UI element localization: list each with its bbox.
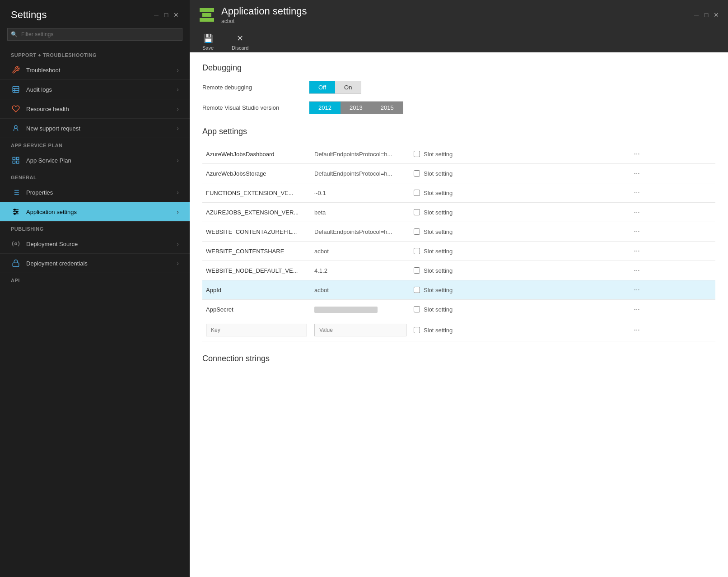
- slot-checkbox[interactable]: [414, 151, 420, 157]
- nav-troubleshoot[interactable]: Troubleshoot ›: [0, 60, 190, 80]
- right-close-button[interactable]: ✕: [714, 12, 719, 18]
- deployment-source-icon: [11, 239, 21, 249]
- row-ellipsis-button[interactable]: ···: [631, 168, 642, 178]
- slot-label: Slot setting: [424, 267, 453, 274]
- new-key-cell: [202, 319, 311, 341]
- row-ellipsis-button[interactable]: ···: [631, 188, 642, 198]
- row-ellipsis-button[interactable]: ···: [631, 246, 642, 256]
- row-slot-cell: Slot setting: [410, 222, 627, 242]
- slot-checkbox[interactable]: [414, 306, 420, 312]
- table-row: FUNCTIONS_EXTENSION_VE... ~0.1 Slot sett…: [202, 183, 715, 203]
- nav-new-support[interactable]: New support request ›: [0, 119, 190, 138]
- row-ellipsis-button[interactable]: ···: [631, 265, 642, 275]
- slot-label: Slot setting: [424, 209, 453, 216]
- slot-checkbox[interactable]: [414, 267, 420, 274]
- left-close-button[interactable]: ✕: [173, 12, 179, 18]
- new-support-label: New support request: [26, 125, 177, 132]
- left-maximize-button[interactable]: □: [163, 12, 169, 18]
- nav-properties[interactable]: Properties ›: [0, 183, 190, 202]
- remote-debugging-toggle: Off On: [309, 81, 361, 94]
- new-slot-cell: Slot setting: [410, 319, 627, 341]
- slot-checkbox[interactable]: [414, 287, 420, 293]
- nav-resource-health[interactable]: Resource health ›: [0, 99, 190, 119]
- row-ellipsis-button[interactable]: ···: [631, 227, 642, 237]
- row-value: acbot: [311, 280, 410, 300]
- right-panel-subtitle: acbot: [221, 18, 307, 24]
- row-actions: ···: [627, 300, 715, 319]
- svg-rect-22: [13, 263, 19, 266]
- right-panel-title: Application settings: [221, 5, 307, 17]
- row-value: ~0.1: [311, 183, 410, 203]
- new-slot-checkbox[interactable]: [414, 327, 420, 333]
- slot-checkbox[interactable]: [414, 228, 420, 235]
- table-row: WEBSITE_CONTENTAZUREFIL... DefaultEndpoi…: [202, 222, 715, 242]
- resource-health-label: Resource health: [26, 106, 177, 112]
- row-value: 4.1.2: [311, 261, 410, 280]
- app-service-plan-icon: [11, 155, 21, 165]
- right-header-top: Application settings acbot ─ □ ✕: [199, 5, 719, 24]
- vs-2013-button[interactable]: 2013: [341, 102, 372, 114]
- nav-deployment-credentials[interactable]: Deployment credentials ›: [0, 254, 190, 273]
- application-settings-chevron: ›: [177, 208, 179, 215]
- filter-input[interactable]: [7, 28, 182, 41]
- new-value-input[interactable]: [314, 324, 406, 336]
- remote-debugging-on-button[interactable]: On: [335, 81, 361, 93]
- resource-health-icon: [11, 104, 21, 114]
- row-slot-cell: Slot setting: [410, 183, 627, 203]
- row-ellipsis-button[interactable]: ···: [631, 285, 642, 295]
- redacted-value: [314, 307, 378, 313]
- new-key-input[interactable]: [206, 324, 307, 336]
- slot-checkbox[interactable]: [414, 190, 420, 196]
- search-icon: 🔍: [11, 31, 18, 37]
- troubleshoot-icon: [11, 65, 21, 75]
- vs-2015-button[interactable]: 2015: [372, 102, 403, 114]
- vs-2012-button[interactable]: 2012: [309, 102, 341, 114]
- remote-debugging-row: Remote debugging Off On: [202, 81, 715, 94]
- row-ellipsis-button[interactable]: ···: [631, 149, 642, 159]
- row-slot-cell: Slot setting: [410, 261, 627, 280]
- table-row: AzureWebJobsStorage DefaultEndpointsProt…: [202, 164, 715, 183]
- app-service-plan-label: App Service Plan: [26, 157, 177, 164]
- right-minimize-button[interactable]: ─: [694, 12, 699, 18]
- nav-app-service-plan[interactable]: App Service Plan ›: [0, 151, 190, 170]
- row-key: FUNCTIONS_EXTENSION_VE...: [202, 183, 311, 203]
- table-row: AzureWebJobsDashboard DefaultEndpointsPr…: [202, 144, 715, 164]
- remote-debugging-off-button[interactable]: Off: [309, 81, 335, 93]
- troubleshoot-label: Troubleshoot: [26, 67, 177, 74]
- deployment-source-chevron: ›: [177, 240, 179, 247]
- section-api-label: API: [0, 273, 190, 286]
- right-maximize-button[interactable]: □: [704, 12, 709, 18]
- slot-checkbox[interactable]: [414, 248, 420, 254]
- svg-rect-0: [13, 86, 19, 93]
- table-row: WEBSITE_NODE_DEFAULT_VE... 4.1.2 Slot se…: [202, 261, 715, 280]
- row-key: WEBSITE_CONTENTAZUREFIL...: [202, 222, 311, 242]
- app-settings-title: App settings: [202, 127, 715, 136]
- right-header-title-area: Application settings acbot: [199, 5, 307, 24]
- nav-audit-logs[interactable]: Audit logs ›: [0, 80, 190, 99]
- discard-button[interactable]: ✕ Discard: [228, 32, 252, 52]
- save-label: Save: [202, 45, 214, 51]
- row-key: AppSecret: [202, 300, 311, 319]
- row-actions: ···: [627, 183, 715, 203]
- svg-rect-8: [17, 161, 19, 163]
- toolbar: 💾 Save ✕ Discard: [199, 27, 719, 52]
- row-slot-cell: Slot setting: [410, 242, 627, 261]
- nav-deployment-source[interactable]: Deployment Source ›: [0, 234, 190, 254]
- slot-label: Slot setting: [424, 306, 453, 313]
- save-button[interactable]: 💾 Save: [199, 32, 217, 52]
- row-value: beta: [311, 203, 410, 222]
- audit-logs-label: Audit logs: [26, 86, 177, 93]
- deployment-credentials-icon: [11, 258, 21, 268]
- nav-application-settings[interactable]: Application settings ›: [0, 202, 190, 222]
- properties-label: Properties: [26, 189, 177, 196]
- right-title-block: Application settings acbot: [221, 5, 307, 24]
- row-ellipsis-button[interactable]: ···: [631, 304, 642, 314]
- row-ellipsis-button[interactable]: ···: [631, 207, 642, 217]
- slot-checkbox[interactable]: [414, 170, 420, 177]
- deployment-source-label: Deployment Source: [26, 241, 177, 247]
- slot-checkbox[interactable]: [414, 209, 420, 215]
- resource-health-chevron: ›: [177, 105, 179, 112]
- new-row-ellipsis-button[interactable]: ···: [631, 325, 642, 335]
- row-value: [311, 300, 410, 319]
- left-minimize-button[interactable]: ─: [154, 12, 159, 18]
